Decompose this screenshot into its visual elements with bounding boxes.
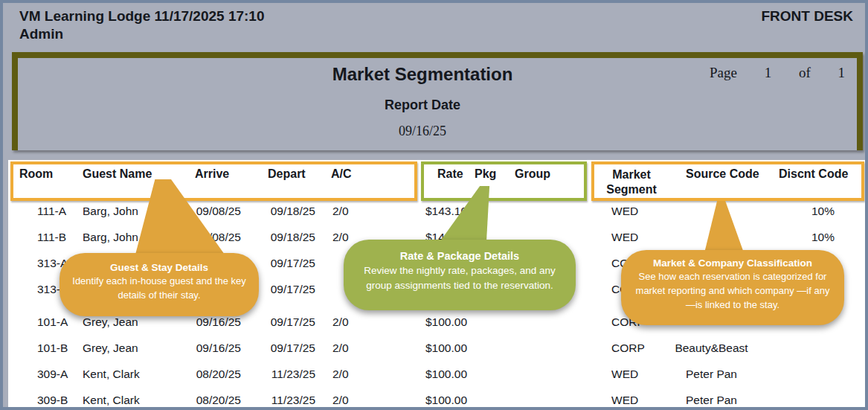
- cell-arrive: 09/16/25: [187, 315, 241, 329]
- cell-rate: $100.00: [425, 394, 496, 407]
- callout-title: Guest & Stay Details: [70, 262, 248, 273]
- report-date-value: 09/16/25: [12, 124, 833, 139]
- cell-ac: 2/0: [332, 342, 362, 355]
- column-header-discount-code: Discnt Code: [779, 167, 848, 181]
- cell-depart: 11/23/25: [262, 368, 315, 381]
- cell-room: 101-B: [37, 342, 89, 355]
- column-header-room: Room: [19, 167, 53, 181]
- cell-rate: $100.00: [425, 368, 496, 381]
- page-total: 1: [838, 65, 845, 81]
- column-header-guest-name: Guest Name: [83, 167, 152, 181]
- column-header-source-code: Source Code: [686, 167, 759, 181]
- callout-body: Identify each in-house guest and the key…: [70, 275, 248, 303]
- report-page: VM Learning Lodge 11/17/2025 17:10 Admin…: [0, 0, 868, 410]
- cell-room: 111-A: [37, 205, 89, 218]
- cell-arrive: 08/20/25: [187, 394, 241, 407]
- cell-depart: 09/17/25: [262, 283, 315, 296]
- app-title: VM Learning Lodge 11/17/2025 17:10: [19, 8, 264, 25]
- cell-market-segment: CORP: [611, 342, 667, 355]
- page-label: Page: [710, 65, 737, 81]
- cell-depart: 09/18/25: [262, 231, 315, 244]
- cell-discount-code: 10%: [777, 205, 835, 218]
- column-header-ac: A/C: [331, 167, 352, 181]
- cell-source-code: Peter Pan: [661, 394, 762, 407]
- logged-in-user: Admin: [19, 26, 63, 42]
- cell-ac: 2/0: [332, 315, 362, 329]
- column-header-arrive: Arrive: [195, 167, 229, 181]
- cell-depart: 11/23/25: [262, 394, 315, 407]
- cell-depart: 09/17/25: [262, 315, 315, 329]
- cell-market-segment: WED: [611, 205, 667, 218]
- table-row: 101-B Grey, Jean 09/16/25 09/17/25 2/0 $…: [3, 342, 868, 356]
- cell-depart: 09/17/25: [262, 342, 315, 355]
- cell-source-code: Peter Pan: [661, 368, 762, 381]
- cell-arrive: 09/16/25: [187, 342, 241, 355]
- cell-market-segment: WED: [611, 368, 667, 381]
- page-of-label: of: [799, 65, 811, 81]
- callout-body: Review the nightly rate, packages, and a…: [353, 263, 567, 292]
- cell-room: 309-B: [37, 394, 89, 407]
- cell-ac: 2/0: [332, 205, 362, 218]
- column-header-group: Group: [515, 167, 550, 181]
- column-header-pkg: Pkg: [475, 167, 496, 181]
- cell-market-segment: WED: [611, 394, 667, 407]
- column-header-market-segment: Market Segment: [598, 167, 665, 197]
- cell-rate: $100.00: [425, 315, 496, 329]
- cell-source-code: Beauty&Beast: [661, 342, 762, 355]
- cell-room: 101-A: [37, 315, 89, 329]
- cell-depart: 09/17/25: [262, 257, 315, 270]
- callout-rate-package-details: Rate & Package Details Review the nightl…: [344, 240, 576, 310]
- column-header-market-line1: Market: [598, 167, 665, 182]
- cell-market-segment: WED: [611, 231, 667, 244]
- cell-room: 309-A: [37, 368, 89, 381]
- cell-arrive: 08/20/25: [187, 368, 241, 381]
- cell-guest-name: Kent, Clark: [83, 394, 202, 407]
- column-header-depart: Depart: [268, 167, 306, 181]
- report-date-label: Report Date: [12, 97, 833, 113]
- table-row: 309-A Kent, Clark 08/20/25 11/23/25 2/0 …: [3, 368, 868, 382]
- cell-depart: 09/18/25: [262, 205, 315, 218]
- column-header-rate: Rate: [437, 167, 463, 181]
- callout-title: Market & Company Classification: [631, 257, 834, 269]
- table-row: 111-A Barg, John 09/08/25 09/18/25 2/0 $…: [3, 205, 868, 220]
- cell-guest-name: Grey, Jean: [83, 342, 202, 355]
- cell-discount-code: 10%: [777, 231, 835, 244]
- module-label: FRONT DESK: [762, 8, 854, 25]
- callout-title: Rate & Package Details: [353, 250, 567, 262]
- callout-market-company-classification: Market & Company Classification See how …: [621, 250, 844, 325]
- table-row: 309-B Kent, Clark 08/20/25 11/23/25 2/0 …: [3, 394, 868, 409]
- cell-ac: 2/0: [332, 368, 362, 381]
- column-header-market-line2: Segment: [598, 182, 665, 197]
- callout-body: See how each reservation is categorized …: [631, 270, 834, 313]
- cell-room: 111-B: [37, 231, 89, 244]
- cell-guest-name: Grey, Jean: [83, 315, 202, 329]
- page-indicator: Page 1 of 1: [710, 65, 845, 81]
- cell-ac: 2/0: [332, 394, 362, 407]
- callout-guest-stay-details: Guest & Stay Details Identify each in-ho…: [60, 253, 259, 316]
- cell-guest-name: Kent, Clark: [83, 368, 202, 381]
- cell-rate: $100.00: [425, 342, 496, 355]
- page-number: 1: [765, 65, 772, 81]
